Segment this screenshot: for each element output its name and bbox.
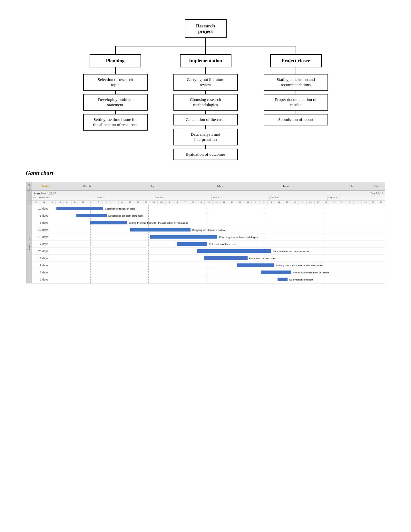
closer-down: [296, 67, 296, 74]
sf-content: Start Mon 1/27/17 Thu 7/8/17: [32, 191, 385, 196]
impl-child-1: Carrying out literaturereview: [173, 74, 238, 91]
pc1-down: [115, 91, 116, 94]
right-h-line: [251, 46, 296, 46]
yr-june: June 2017: [211, 196, 269, 201]
gantt-bar: [150, 235, 217, 239]
today-marker: Today: [42, 184, 50, 188]
gantt-body: Gantt Chart 10 daysSelection of research…: [26, 205, 385, 283]
ic1-down: [205, 91, 206, 94]
timeline-month-row: Today March April May June July Finish: [32, 182, 385, 190]
dn-side: [26, 201, 32, 205]
root-down-connector: [205, 38, 206, 46]
yr-march: March 2017: [38, 196, 96, 201]
gantt-bar-area: Selection of research topic: [50, 205, 385, 212]
gantt-bar: [56, 207, 103, 210]
gantt-days-label: 9 days: [32, 264, 50, 267]
yr-aug: August 2017: [327, 196, 385, 201]
gantt-bar: [237, 263, 274, 267]
impl-down: [205, 67, 206, 74]
start-finish-row: Start Mon 1/27/17 Thu 7/8/17: [26, 191, 385, 196]
gantt-row: 2 daysSubmission of report: [32, 276, 385, 283]
month-may: May: [217, 184, 223, 188]
gantt-bar-label: Developing problem statement: [108, 214, 143, 217]
gantt-days-label: 6 days: [32, 214, 50, 217]
gantt-bar: [261, 271, 291, 274]
timeline-header: Timeline Today March April May June July…: [26, 182, 385, 191]
yr-may: May 2017: [154, 196, 211, 201]
gantt-days-label: 10 days: [32, 207, 50, 210]
gantt-days-label: 20 days: [32, 250, 50, 253]
closer-child-2: Proper documentation ofresults: [264, 94, 328, 111]
gantt-bar-area: Developing problem statement: [50, 212, 385, 219]
gantt-chart-label: Gantt chart: [26, 170, 385, 177]
gantt-days-label: 2 days: [32, 278, 50, 281]
left-h-line: [115, 46, 161, 46]
h-connector-row: Planning Selection of researchtopic Deve…: [70, 46, 341, 160]
gantt-bar-area: Calculation of the costs: [50, 241, 385, 247]
closer-child-1: Stating conclusion andrecommendations: [264, 74, 328, 91]
gantt-row: 20 daysData analysis and interpretation: [32, 248, 385, 255]
ic3-down: [205, 125, 206, 129]
impl-child-4: Data analysis andinterpretation: [173, 129, 238, 145]
planning-child-1: Selection of researchtopic: [83, 74, 148, 91]
gantt-bar-label: Calculation of the costs: [209, 242, 236, 245]
gantt-bar-area: Setting the time frame for the allocatio…: [50, 219, 385, 226]
gantt-bar-label: Stating conclusion and recommendations: [276, 264, 323, 267]
pc2-down: [115, 111, 116, 114]
gantt-row: 16 daysCarrying out literature review: [32, 226, 385, 233]
cc2-down: [296, 111, 296, 114]
date-numbers-row: 9 12 15 18 21 24 27 2 5 8 11 14 17 20 23…: [26, 201, 385, 205]
gantt-bar-label: Selection of research topic: [105, 207, 135, 210]
gantt-grid: 10 daysSelection of research topic6 days…: [32, 205, 385, 283]
gantt-days-label: 18 days: [32, 235, 50, 239]
gantt-bar: [90, 221, 127, 224]
gantt-row: 9 daysStating conclusion and recommendat…: [32, 262, 385, 269]
gantt-row: 11 daysEvaluation of outcomes: [32, 255, 385, 262]
finish-label: Finish: [374, 184, 382, 188]
planning-down: [115, 67, 116, 74]
gantt-bar-label: Choosing research methodologies: [219, 235, 258, 238]
cc1-down: [296, 91, 296, 94]
gantt-bar-label: Setting the time frame for the allocatio…: [128, 221, 188, 224]
closer-node: Project closer: [270, 54, 322, 67]
yr-april: April 2017: [96, 196, 153, 201]
finish-value: Thu 7/8/17: [370, 192, 383, 195]
dn-nums: 9 12 15 18 21 24 27 2 5 8 11 14 17 20 23…: [32, 201, 385, 205]
month-march: March: [83, 184, 91, 188]
month-july: July: [348, 184, 354, 188]
gantt-bar: [204, 256, 247, 260]
gantt-bar: [130, 228, 191, 232]
gantt-bar-area: Choosing research methodologies: [50, 233, 385, 240]
org-chart: Research project Planning Selection of r…: [26, 19, 385, 160]
planning-children: Selection of researchtopic Developing pr…: [83, 74, 148, 131]
gantt-bar-label: Evaluation of outcomes: [249, 257, 276, 260]
planning-node: Planning: [90, 54, 141, 67]
gantt-row: 18 daysChoosing research methodologies: [32, 233, 385, 241]
gantt-bar-label: Submission of report: [289, 278, 313, 281]
gantt-days-label: 7 days: [32, 271, 50, 274]
impl-v-line: [205, 46, 206, 54]
yr-2017: 2017: [32, 196, 38, 201]
planning-v-line: [115, 46, 116, 54]
gantt-days-label: 8 days: [32, 221, 50, 224]
yr-july: July 2017: [269, 196, 327, 201]
dh-content: 2017 March 2017 April 2017 May 2017 June…: [32, 196, 385, 201]
impl-child-2: Choosing researchmethodologies: [173, 94, 238, 111]
gantt-bar-area: Carrying out literature review: [50, 226, 385, 233]
gantt-bar: [278, 278, 288, 281]
closer-children: Stating conclusion andrecommendations Pr…: [264, 74, 328, 125]
closer-child-3: Submission of report: [264, 114, 328, 125]
gantt-days-label: 16 days: [32, 228, 50, 232]
gantt-days-label: 7 days: [32, 242, 50, 246]
date-header-row: 2017 March 2017 April 2017 May 2017 June…: [26, 196, 385, 201]
gantt-side-label: Gantt Chart: [26, 205, 32, 283]
gantt-bar: [177, 242, 207, 246]
ic2-down: [205, 111, 206, 114]
closer-v-line: [296, 46, 296, 54]
gantt-bar-area: Proper documentation of results: [50, 269, 385, 276]
gantt-bar-label: Carrying out literature review: [192, 228, 225, 231]
gantt-days-label: 11 days: [32, 257, 50, 260]
month-labels: March April May June July: [33, 184, 384, 188]
gantt-bar-label: Data analysis and interpretation: [273, 250, 309, 252]
closer-branch: Project closer Stating conclusion andrec…: [251, 46, 341, 125]
